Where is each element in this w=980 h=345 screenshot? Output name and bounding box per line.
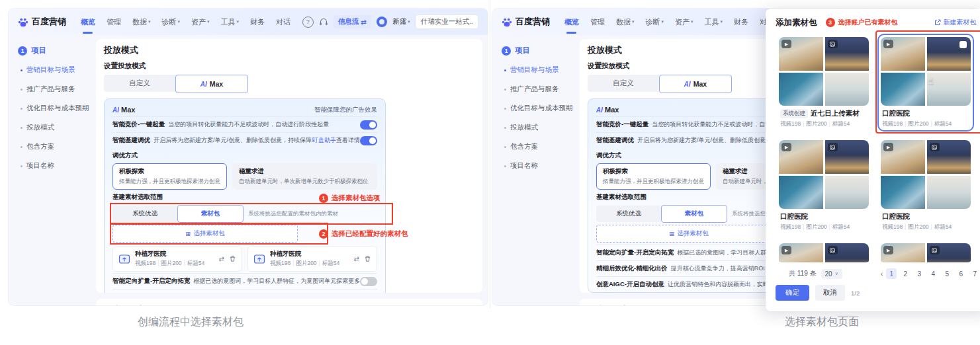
- brand-logo[interactable]: 百度营销: [18, 16, 66, 28]
- sidebar-item-project-name[interactable]: 项目名称: [502, 161, 580, 171]
- image-icon: [828, 246, 838, 254]
- smart-bidding-toggle[interactable]: [360, 120, 377, 130]
- ai-max-panel: AIMax 智能保障您的广告效果 智能竞价-一键起量当您的项目转化获量能力不足或…: [104, 98, 386, 293]
- cancel-button[interactable]: 取消: [815, 285, 845, 301]
- nav-item-finance[interactable]: 财务: [250, 17, 265, 27]
- page-4[interactable]: 4: [928, 268, 938, 279]
- material-package-card[interactable]: ▶ 口腔医院 视频198|图片200|标题54: [776, 137, 872, 235]
- package-name-row: 口腔医院: [881, 109, 971, 118]
- option-aggressive-explore[interactable]: 积极探索拓量能力强，并且更积极地探索潜力创意: [112, 163, 227, 190]
- product-switch[interactable]: 信息流⇄: [334, 15, 371, 28]
- sidebar-item-optimization-cost[interactable]: 优化目标与成本预期: [18, 104, 96, 113]
- sidebar-item-included-plan[interactable]: 包含方案: [18, 142, 96, 151]
- nav-item-overview[interactable]: 概览: [564, 17, 579, 27]
- sidebar-item-optimization-cost[interactable]: 优化目标与成本预期: [502, 104, 580, 113]
- nav-item-data[interactable]: 数据▾: [616, 17, 635, 27]
- nav-item-manage[interactable]: 管理: [107, 17, 121, 27]
- bullet-dot: [21, 108, 22, 110]
- fine-bidding-toggle[interactable]: [360, 293, 377, 293]
- sidebar-item-product-service[interactable]: 推广产品与服务: [502, 85, 580, 94]
- new-package-link[interactable]: 新建素材包: [934, 18, 976, 27]
- annotation-step-2: 2选择已经配置好的素材包: [319, 229, 408, 239]
- smart-infra-toggle[interactable]: [360, 136, 377, 145]
- delete-icon[interactable]: [229, 255, 236, 262]
- add-package-icon: ⊞: [185, 230, 191, 237]
- tab-ai-max[interactable]: AIMax: [659, 75, 732, 93]
- page-1[interactable]: 1: [886, 268, 897, 279]
- confirm-button[interactable]: 确定: [776, 285, 809, 301]
- fine-bidding-row: 精细后效优化-精细化出价提升核心流量竞争力，提高营销ROI: [112, 289, 377, 293]
- material-package-card[interactable]: ▶ 系统创建近七日上传素材 视频198|图片200|标题54: [776, 34, 872, 132]
- scope-tab-system[interactable]: 系统优选: [112, 206, 177, 222]
- material-package-card[interactable]: ▶ 口腔医院 视频198|图片200|标题54: [877, 137, 974, 235]
- sidebar-item-delivery-mode[interactable]: 投放模式: [502, 123, 580, 132]
- comparison-screenshot: 百度营销 概览 管理 数据▾ 诊断▾ 资产▾ 工具▾ 财务 对话 ? 信息流⇄ …: [0, 0, 980, 345]
- scope-tab-package[interactable]: 素材包: [177, 205, 244, 223]
- nav-item-tools[interactable]: 工具▾: [221, 17, 240, 27]
- page-3[interactable]: 3: [914, 268, 924, 279]
- option-aggressive-explore[interactable]: 积极探索拓量能力强，并且更积极地探索潜力创意: [596, 163, 711, 190]
- nav-item-diagnosis[interactable]: 诊断▾: [162, 17, 181, 27]
- dingpan-assistant-link[interactable]: 盯盘助手: [312, 136, 336, 145]
- package-card[interactable]: 种植牙医院 视频198|图片200|标题54 ⇄: [112, 246, 242, 272]
- material-package-card[interactable]: ▶: [877, 240, 974, 264]
- option-steady-progress[interactable]: 稳重求进自动新建单元时，单次新增单元数少于积极探索档位: [232, 163, 377, 190]
- targeting-expansion-toggle[interactable]: [360, 277, 377, 286]
- tuning-label: 调优方式: [112, 151, 377, 160]
- page-2[interactable]: 2: [900, 268, 911, 279]
- headset-icon[interactable]: [319, 18, 328, 26]
- page-6[interactable]: 6: [956, 268, 966, 279]
- page-size-select[interactable]: 20∨: [821, 269, 842, 279]
- material-package-card[interactable]: ▶: [776, 240, 872, 264]
- sidebar-item-project-name[interactable]: 项目名称: [18, 161, 96, 171]
- tab-ai-max[interactable]: AIMax: [175, 75, 248, 93]
- prev-page-arrow[interactable]: ‹: [881, 270, 883, 278]
- page-7[interactable]: 7: [969, 268, 980, 279]
- delete-icon[interactable]: [364, 255, 371, 262]
- select-package-button[interactable]: ⊞选择素材包: [596, 225, 781, 243]
- swap-icon[interactable]: ⇄: [219, 255, 224, 262]
- package-card[interactable]: 种植牙医院 视频198|图片200|标题54 ⇄: [247, 246, 377, 272]
- sidebar-item-marketing-goal[interactable]: 营销目标与场景: [18, 65, 96, 75]
- checkbox[interactable]: [959, 41, 967, 48]
- nav-item-overview[interactable]: 概览: [81, 17, 95, 27]
- chevron-down-icon: ▾: [721, 19, 723, 24]
- tuning-options: 积极探索拓量能力强，并且更积极地探索潜力创意 稳重求进自动新建单元时，单次新增单…: [112, 163, 377, 190]
- thumbnail: ▶: [881, 140, 925, 174]
- swap-icon[interactable]: ⇄: [354, 255, 359, 262]
- delivery-mode-card: 投放模式 设置投放模式 自定义 AIMax AIMax 智能保障您的广告效果 智…: [96, 39, 482, 293]
- nav-item-diagnosis[interactable]: 诊断▾: [646, 17, 664, 27]
- page-5[interactable]: 5: [942, 268, 952, 279]
- modal-title: 添加素材包: [776, 17, 817, 28]
- nav-item-chat[interactable]: 对话: [276, 17, 290, 27]
- nav-item-assets[interactable]: 资产▾: [191, 17, 210, 27]
- nav-item-manage[interactable]: 管理: [590, 17, 605, 27]
- avatar[interactable]: [377, 17, 387, 27]
- scope-tab-package[interactable]: 素材包: [661, 205, 727, 223]
- nav-item-data[interactable]: 数据▾: [132, 17, 151, 27]
- thumbnail: ▶: [779, 243, 823, 264]
- account-selector[interactable]: 什瑞实业一站式..: [416, 15, 478, 29]
- mode-label: 设置投放模式: [104, 61, 474, 71]
- brand-logo[interactable]: 百度营销: [502, 16, 550, 28]
- modal-footer: 确定 取消 1/2: [776, 285, 980, 301]
- sidebar-item-marketing-goal[interactable]: 营销目标与场景: [502, 65, 580, 75]
- tab-custom[interactable]: 自定义: [588, 75, 659, 92]
- help-icon[interactable]: ?: [302, 17, 314, 28]
- sidebar-item-included-plan[interactable]: 包含方案: [502, 142, 580, 151]
- step-1-badge: 1: [319, 194, 328, 203]
- ai-max-subtitle: 智能保障您的广告效果: [314, 106, 377, 114]
- nav-item-finance[interactable]: 财务: [734, 17, 748, 27]
- chevron-down-icon: ▾: [148, 19, 151, 24]
- sidebar-item-delivery-mode[interactable]: 投放模式: [18, 123, 96, 132]
- scope-tab-system[interactable]: 系统优选: [596, 206, 661, 222]
- package-meta: 视频198|图片200|标题54: [881, 223, 971, 231]
- nav-item-assets[interactable]: 资产▾: [675, 17, 693, 27]
- top-nav: 百度营销 概览 管理 数据▾ 诊断▾ 资产▾ 工具▾ 财务 对话 ? 信息流⇄ …: [9, 9, 488, 35]
- user-menu[interactable]: 新露▾: [392, 17, 410, 26]
- select-package-button[interactable]: ⊞选择素材包: [112, 225, 298, 243]
- sidebar-item-product-service[interactable]: 推广产品与服务: [18, 85, 96, 94]
- tab-custom[interactable]: 自定义: [104, 75, 175, 92]
- material-package-card-selected[interactable]: ▶ ☝ 口腔医院 视频198|图片200|标题54: [877, 34, 974, 132]
- nav-item-tools[interactable]: 工具▾: [705, 17, 723, 27]
